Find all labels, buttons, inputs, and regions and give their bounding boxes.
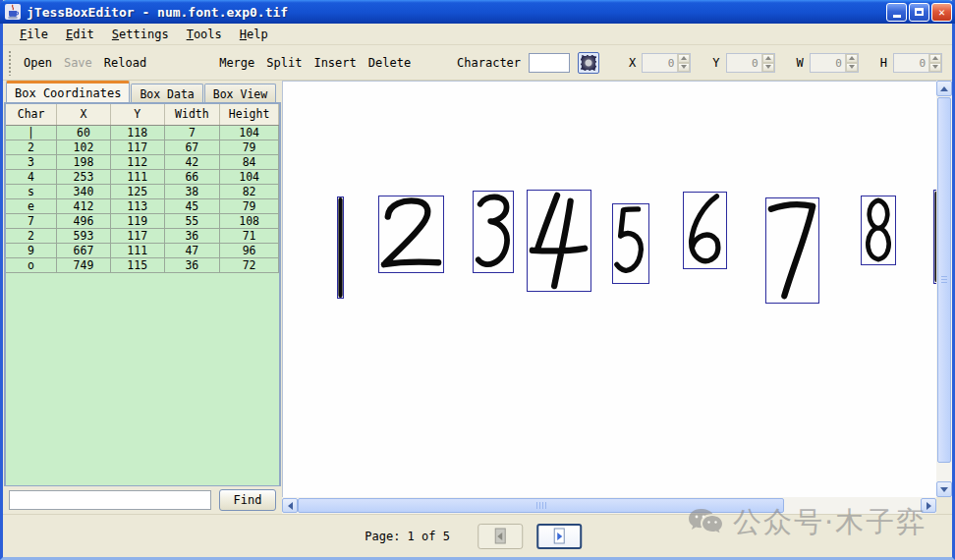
merge-button[interactable]: Merge (213, 53, 260, 73)
cell-height[interactable]: 104 (220, 125, 279, 140)
cell-y[interactable]: 111 (110, 243, 164, 257)
digit-box[interactable] (337, 196, 344, 299)
cell-width[interactable]: 45 (164, 198, 220, 213)
h-spin-down[interactable] (929, 63, 941, 72)
vertical-scroll-track[interactable] (936, 464, 952, 481)
character-map-button[interactable] (578, 52, 599, 74)
cell-y[interactable]: 117 (110, 228, 164, 243)
tab-box-view[interactable]: Box View (204, 84, 276, 102)
header-width[interactable]: Width (164, 104, 220, 125)
cell-char[interactable]: o (6, 257, 57, 272)
cell-y[interactable]: 119 (110, 213, 164, 228)
delete-button[interactable]: Delete (363, 53, 417, 73)
table-row[interactable]: 21021176779 (6, 140, 279, 154)
cell-char[interactable]: 2 (6, 140, 57, 154)
table-row[interactable]: 749611955108 (6, 213, 279, 228)
horizontal-scroll-thumb[interactable] (298, 498, 784, 513)
vertical-scroll-thumb[interactable] (937, 97, 951, 463)
cell-width[interactable]: 55 (164, 213, 220, 228)
character-input[interactable] (529, 53, 570, 73)
cell-width[interactable]: 36 (164, 228, 220, 243)
digit-box[interactable] (765, 197, 819, 304)
x-spin-down[interactable] (678, 63, 690, 72)
menu-settings[interactable]: Settings (103, 26, 178, 43)
cell-y[interactable]: 118 (110, 125, 164, 140)
x-spin-up[interactable] (678, 54, 690, 63)
cell-height[interactable]: 96 (220, 243, 279, 257)
cell-char[interactable]: 3 (6, 154, 57, 169)
close-button[interactable]: ✕ (931, 3, 952, 22)
w-spin-down[interactable] (846, 63, 858, 72)
table-row[interactable]: 425311166104 (6, 169, 279, 184)
digit-box[interactable] (933, 190, 936, 284)
table-row[interactable]: |601187104 (6, 125, 279, 140)
cell-height[interactable]: 72 (220, 257, 279, 272)
cell-y[interactable]: 113 (110, 198, 164, 213)
header-char[interactable]: Char (6, 104, 57, 125)
cell-width[interactable]: 36 (164, 257, 220, 272)
cell-height[interactable]: 104 (220, 169, 279, 184)
cell-height[interactable]: 79 (220, 140, 279, 154)
table-row[interactable]: e4121134579 (6, 198, 279, 213)
tab-box-data[interactable]: Box Data (131, 84, 202, 102)
header-x[interactable]: X (57, 104, 111, 125)
menu-tools[interactable]: Tools (178, 26, 231, 43)
cell-char[interactable]: 7 (6, 213, 57, 228)
cell-char[interactable]: 9 (6, 243, 57, 257)
cell-width[interactable]: 67 (164, 140, 220, 154)
digit-box[interactable] (527, 190, 591, 292)
menu-help[interactable]: Help (231, 26, 277, 43)
cell-x[interactable]: 593 (57, 228, 111, 243)
toolbar-grip[interactable] (8, 50, 12, 76)
scroll-left-button[interactable] (282, 498, 298, 513)
cell-height[interactable]: 71 (220, 228, 279, 243)
digit-box[interactable] (378, 196, 444, 273)
cell-char[interactable]: | (6, 125, 57, 140)
cell-y[interactable]: 117 (110, 140, 164, 154)
cell-y[interactable]: 125 (110, 184, 164, 198)
digit-box[interactable] (861, 196, 896, 265)
cell-height[interactable]: 82 (220, 184, 279, 198)
cell-width[interactable]: 47 (164, 243, 220, 257)
reload-button[interactable]: Reload (98, 53, 152, 73)
image-canvas[interactable] (282, 81, 936, 497)
cell-x[interactable]: 412 (57, 198, 111, 213)
insert-button[interactable]: Insert (308, 53, 362, 73)
cell-char[interactable]: s (6, 184, 57, 198)
digit-box[interactable] (612, 203, 649, 284)
cell-width[interactable]: 38 (164, 184, 220, 198)
digit-box[interactable] (683, 192, 727, 269)
cell-y[interactable]: 112 (110, 154, 164, 169)
find-input[interactable] (9, 490, 211, 510)
minimize-button[interactable] (886, 3, 907, 22)
cell-width[interactable]: 7 (164, 125, 220, 140)
horizontal-scroll-track[interactable] (784, 497, 921, 514)
cell-x[interactable]: 496 (57, 213, 111, 228)
scroll-right-button[interactable] (921, 498, 936, 513)
y-spin-up[interactable] (762, 54, 774, 63)
cell-char[interactable]: 2 (6, 228, 57, 243)
find-button[interactable]: Find (219, 489, 276, 511)
cell-height[interactable]: 108 (220, 213, 279, 228)
scroll-up-button[interactable] (936, 81, 952, 96)
header-y[interactable]: Y (110, 104, 164, 125)
table-row[interactable]: 96671114796 (6, 243, 279, 257)
menu-file[interactable]: File (11, 26, 57, 43)
open-button[interactable]: Open (18, 53, 58, 73)
cell-height[interactable]: 84 (220, 154, 279, 169)
cell-y[interactable]: 115 (110, 257, 164, 272)
cell-x[interactable]: 60 (57, 125, 111, 140)
menu-edit[interactable]: Edit (57, 26, 103, 43)
scroll-down-button[interactable] (936, 481, 952, 497)
table-row[interactable]: o7491153672 (6, 257, 279, 272)
next-page-button[interactable] (536, 524, 582, 549)
split-button[interactable]: Split (260, 53, 308, 73)
header-height[interactable]: Height (220, 104, 279, 125)
cell-width[interactable]: 66 (164, 169, 220, 184)
tab-box-coordinates[interactable]: Box Coordinates (6, 81, 130, 102)
cell-y[interactable]: 111 (110, 169, 164, 184)
digit-box[interactable] (473, 191, 514, 273)
cell-x[interactable]: 253 (57, 169, 111, 184)
cell-char[interactable]: e (6, 198, 57, 213)
w-spin-up[interactable] (846, 54, 858, 63)
